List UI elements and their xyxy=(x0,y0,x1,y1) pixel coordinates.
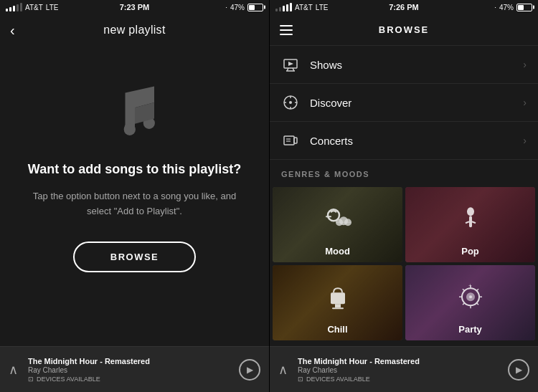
svg-point-8 xyxy=(289,101,292,104)
svg-rect-26 xyxy=(335,304,341,307)
shows-chevron: › xyxy=(523,59,527,70)
playlist-heading: Want to add songs to this playlist? xyxy=(28,161,241,178)
svg-marker-6 xyxy=(288,62,293,66)
battery-icon xyxy=(247,4,263,11)
now-playing-title: The Midnight Hour - Remastered xyxy=(28,357,232,365)
concerts-label: Concerts xyxy=(310,135,513,147)
right-now-playing-info: The Midnight Hour - Remastered Ray Charl… xyxy=(298,357,501,383)
right-status-left: AT&T LTE xyxy=(275,3,328,11)
right-nav-bar: BROWSE xyxy=(270,14,538,46)
left-status-bar: AT&T LTE 7:23 PM ⋅ 47% xyxy=(0,0,269,14)
play-button[interactable]: ▶ xyxy=(239,359,260,381)
browse-item-discover[interactable]: Discover › xyxy=(270,84,538,122)
chill-label: Chill xyxy=(273,324,402,335)
party-label: Party xyxy=(405,324,535,335)
devices-icon: ⊡ xyxy=(28,376,34,383)
concerts-chevron: › xyxy=(523,135,527,146)
svg-line-38 xyxy=(463,289,465,291)
browse-title: BROWSE xyxy=(379,24,430,35)
right-time: 7:26 PM xyxy=(389,3,419,11)
svg-point-0 xyxy=(123,123,135,135)
svg-rect-14 xyxy=(294,138,297,143)
now-playing-info: The Midnight Hour - Remastered Ray Charl… xyxy=(28,357,232,383)
svg-line-34 xyxy=(476,302,478,305)
browse-item-concerts[interactable]: Concerts › xyxy=(270,122,538,160)
right-signal-icon xyxy=(275,3,292,11)
signal-icon xyxy=(6,3,22,11)
shows-label: Shows xyxy=(310,59,513,71)
left-panel: AT&T LTE 7:23 PM ⋅ 47% ‹ new playlist Wa… xyxy=(0,0,269,392)
genres-header: GENRES & MOODS xyxy=(270,160,538,184)
svg-rect-25 xyxy=(331,292,345,304)
svg-rect-22 xyxy=(469,216,472,227)
chill-icon xyxy=(325,282,351,317)
svg-point-30 xyxy=(469,295,472,298)
right-network-label: LTE xyxy=(316,4,329,11)
left-main-content: Want to add songs to this playlist? Tap … xyxy=(0,46,269,346)
right-bluetooth-icon: ⋅ xyxy=(494,4,496,11)
right-now-playing-bar[interactable]: ∧ The Midnight Hour - Remastered Ray Cha… xyxy=(270,346,538,392)
genres-section: GENRES & MOODS Mood xyxy=(270,160,538,343)
page-title: new playlist xyxy=(103,24,165,37)
svg-rect-13 xyxy=(284,136,294,145)
right-now-playing-devices: ⊡ DEVICES AVAILABLE xyxy=(298,376,501,383)
genre-tile-pop[interactable]: Pop xyxy=(405,187,535,262)
right-battery-pct-label: 47% xyxy=(499,4,514,11)
genre-tile-party[interactable]: + Party xyxy=(405,265,535,340)
right-status-right: ⋅ 47% xyxy=(494,4,532,11)
right-battery-icon xyxy=(516,4,532,11)
left-now-playing-bar[interactable]: ∧ The Midnight Hour - Remastered Ray Cha… xyxy=(0,346,269,392)
right-now-playing-title: The Midnight Hour - Remastered xyxy=(298,357,501,365)
genre-tile-chill[interactable]: Chill xyxy=(273,265,402,340)
browse-list: Shows › Discover › xyxy=(270,46,538,160)
right-panel: AT&T LTE 7:26 PM ⋅ 47% BROWSE xyxy=(269,0,538,392)
left-nav-bar: ‹ new playlist xyxy=(0,14,269,46)
shows-icon xyxy=(281,55,300,74)
playlist-description: Tap the option button next to a song you… xyxy=(22,189,247,219)
pop-label: Pop xyxy=(405,246,535,257)
right-devices-icon: ⊡ xyxy=(298,376,303,383)
network-label: LTE xyxy=(46,4,59,11)
right-battery-fill xyxy=(518,5,524,10)
mood-icon xyxy=(324,206,352,237)
now-playing-devices: ⊡ DEVICES AVAILABLE xyxy=(28,376,232,383)
now-playing-artist: Ray Charles xyxy=(28,366,232,374)
discover-icon xyxy=(281,93,300,112)
svg-line-24 xyxy=(472,221,476,223)
browse-item-shows[interactable]: Shows › xyxy=(270,46,538,84)
svg-line-23 xyxy=(466,221,469,223)
bluetooth-icon: ⋅ xyxy=(225,4,227,11)
svg-point-21 xyxy=(467,207,474,216)
expand-icon[interactable]: ∧ xyxy=(9,362,18,378)
right-now-playing-artist: Ray Charles xyxy=(298,366,501,374)
discover-chevron: › xyxy=(523,97,527,108)
right-carrier-label: AT&T xyxy=(295,4,313,11)
party-icon: + xyxy=(456,282,485,317)
battery-fill xyxy=(249,5,255,10)
discover-label: Discover xyxy=(310,97,513,109)
svg-text:+: + xyxy=(468,282,472,289)
genre-tile-mood[interactable]: Mood xyxy=(273,187,402,262)
pop-icon xyxy=(460,204,481,239)
left-status-left: AT&T LTE xyxy=(6,3,58,11)
right-status-bar: AT&T LTE 7:26 PM ⋅ 47% xyxy=(270,0,538,14)
menu-button[interactable] xyxy=(280,25,293,35)
svg-line-36 xyxy=(463,302,465,305)
carrier-label: AT&T xyxy=(25,4,43,11)
battery-pct-label: 47% xyxy=(230,4,245,11)
genres-grid: Mood Pop xyxy=(270,184,538,343)
left-time: 7:23 PM xyxy=(120,3,150,11)
browse-button[interactable]: BROWSE xyxy=(73,242,197,272)
mood-label: Mood xyxy=(273,246,402,257)
concerts-icon xyxy=(281,131,300,150)
music-icon xyxy=(103,77,167,141)
back-button[interactable]: ‹ xyxy=(10,22,15,39)
svg-line-32 xyxy=(476,289,478,291)
right-expand-icon[interactable]: ∧ xyxy=(278,362,288,378)
right-play-button[interactable]: ▶ xyxy=(508,359,529,381)
left-status-right: ⋅ 47% xyxy=(225,4,263,11)
svg-rect-27 xyxy=(332,307,344,309)
